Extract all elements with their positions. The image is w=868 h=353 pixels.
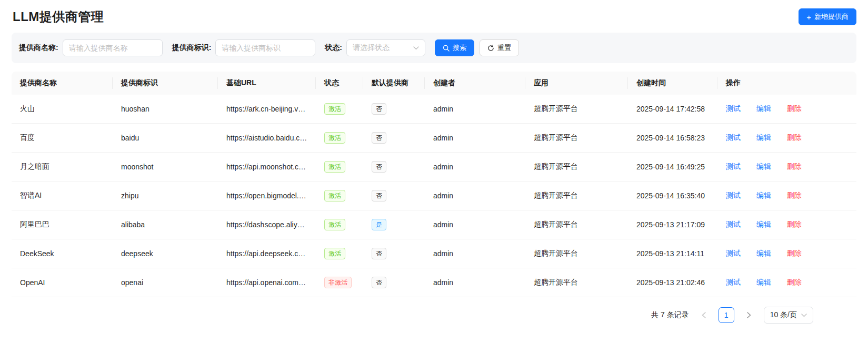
test-link[interactable]: 测试 bbox=[726, 162, 741, 170]
cell-app: 超腾开源平台 bbox=[525, 181, 628, 210]
table-row: 百度 baidu https://aistudio.baidu.co... 激活… bbox=[12, 124, 856, 153]
status-select-placeholder: 请选择状态 bbox=[353, 43, 390, 53]
cell-operations: 测试 编辑 删除 bbox=[717, 181, 856, 210]
edit-link[interactable]: 编辑 bbox=[756, 191, 771, 199]
table-body: 火山 huoshan https://ark.cn-beijing.volc..… bbox=[12, 95, 856, 297]
add-provider-label: 新增提供商 bbox=[814, 12, 849, 22]
cell-provider-code: deepseek bbox=[113, 239, 218, 268]
col-app: 应用 bbox=[525, 72, 628, 95]
cell-base-url: https://aistudio.baidu.co... bbox=[218, 124, 316, 153]
status-badge: 激活 bbox=[324, 161, 345, 173]
llm-provider-management-page: LLM提供商管理 + 新增提供商 提供商名称: 提供商标识: 状态: 请选择状态 bbox=[0, 0, 868, 324]
cell-status: 激活 bbox=[316, 210, 363, 239]
add-provider-button[interactable]: + 新增提供商 bbox=[799, 8, 856, 25]
provider-name-filter: 提供商名称: bbox=[19, 39, 163, 56]
cell-provider-code: huoshan bbox=[113, 95, 218, 124]
edit-link[interactable]: 编辑 bbox=[756, 104, 771, 113]
status-badge: 激活 bbox=[324, 103, 345, 115]
delete-link[interactable]: 删除 bbox=[787, 220, 802, 228]
delete-link[interactable]: 删除 bbox=[787, 191, 802, 199]
edit-link[interactable]: 编辑 bbox=[756, 220, 771, 228]
cell-created-at: 2025-09-14 16:35:40 bbox=[628, 181, 717, 210]
cell-provider-name: 月之暗面 bbox=[12, 153, 113, 181]
cell-provider-name: 百度 bbox=[12, 124, 113, 153]
cell-operations: 测试 编辑 删除 bbox=[717, 210, 856, 239]
test-link[interactable]: 测试 bbox=[726, 191, 741, 199]
cell-created-at: 2025-09-14 16:49:25 bbox=[628, 153, 717, 181]
cell-creator: admin bbox=[425, 210, 525, 239]
page-size-value: 10 条/页 bbox=[770, 310, 797, 320]
col-operations: 操作 bbox=[717, 72, 856, 95]
cell-creator: admin bbox=[425, 124, 525, 153]
default-badge: 否 bbox=[372, 248, 386, 259]
delete-link[interactable]: 删除 bbox=[787, 133, 802, 142]
edit-link[interactable]: 编辑 bbox=[756, 249, 771, 257]
edit-link[interactable]: 编辑 bbox=[756, 133, 771, 142]
test-link[interactable]: 测试 bbox=[726, 220, 741, 228]
chevron-left-icon bbox=[702, 312, 706, 318]
test-link[interactable]: 测试 bbox=[726, 104, 741, 113]
test-link[interactable]: 测试 bbox=[726, 249, 741, 257]
cell-provider-name: DeekSeek bbox=[12, 239, 113, 268]
plus-icon: + bbox=[806, 13, 811, 21]
cell-status: 激活 bbox=[316, 153, 363, 181]
provider-code-label: 提供商标识: bbox=[172, 43, 212, 53]
table-row: OpenAI openai https://api.openai.com/v1 … bbox=[12, 268, 856, 297]
cell-default: 否 bbox=[363, 153, 425, 181]
cell-status: 激活 bbox=[316, 239, 363, 268]
cell-default: 是 bbox=[363, 210, 425, 239]
cell-default: 否 bbox=[363, 239, 425, 268]
cell-provider-code: openai bbox=[113, 268, 218, 297]
cell-created-at: 2025-09-13 21:14:11 bbox=[628, 239, 717, 268]
cell-operations: 测试 编辑 删除 bbox=[717, 95, 856, 124]
cell-app: 超腾开源平台 bbox=[525, 153, 628, 181]
cell-status: 激活 bbox=[316, 181, 363, 210]
cell-creator: admin bbox=[425, 181, 525, 210]
cell-app: 超腾开源平台 bbox=[525, 239, 628, 268]
cell-created-at: 2025-09-13 21:02:46 bbox=[628, 268, 717, 297]
cell-app: 超腾开源平台 bbox=[525, 95, 628, 124]
cell-default: 否 bbox=[363, 268, 425, 297]
reset-button[interactable]: 重置 bbox=[480, 39, 519, 56]
cell-operations: 测试 编辑 删除 bbox=[717, 124, 856, 153]
table-row: DeekSeek deepseek https://api.deepseek.c… bbox=[12, 239, 856, 268]
default-badge: 否 bbox=[372, 277, 386, 288]
default-badge: 是 bbox=[372, 219, 386, 230]
page-1-button[interactable]: 1 bbox=[719, 307, 734, 323]
test-link[interactable]: 测试 bbox=[726, 133, 741, 142]
provider-name-input[interactable] bbox=[63, 39, 163, 56]
next-page-button[interactable] bbox=[742, 308, 756, 322]
status-select[interactable]: 请选择状态 bbox=[346, 39, 425, 56]
reset-button-label: 重置 bbox=[497, 43, 511, 53]
edit-link[interactable]: 编辑 bbox=[756, 278, 771, 286]
delete-link[interactable]: 删除 bbox=[787, 278, 802, 286]
cell-status: 激活 bbox=[316, 95, 363, 124]
col-creator: 创建者 bbox=[425, 72, 525, 95]
page-size-select[interactable]: 10 条/页 bbox=[764, 307, 813, 324]
status-badge: 激活 bbox=[324, 132, 345, 144]
default-badge: 否 bbox=[372, 132, 386, 144]
col-default: 默认提供商 bbox=[363, 72, 425, 95]
chevron-right-icon bbox=[747, 312, 751, 318]
test-link[interactable]: 测试 bbox=[726, 278, 741, 286]
search-icon bbox=[443, 45, 450, 52]
reset-icon bbox=[487, 45, 494, 52]
col-provider-code: 提供商标识 bbox=[113, 72, 218, 95]
status-filter: 状态: 请选择状态 bbox=[325, 39, 425, 56]
provider-code-filter: 提供商标识: bbox=[172, 39, 316, 56]
col-base-url: 基础URL bbox=[218, 72, 316, 95]
delete-link[interactable]: 删除 bbox=[787, 162, 802, 170]
filter-bar: 提供商名称: 提供商标识: 状态: 请选择状态 搜索 bbox=[12, 33, 856, 63]
cell-app: 超腾开源平台 bbox=[525, 268, 628, 297]
prev-page-button[interactable] bbox=[696, 308, 711, 322]
table-row: 月之暗面 moonshot https://api.moonshot.cn/v1… bbox=[12, 153, 856, 181]
delete-link[interactable]: 删除 bbox=[787, 104, 802, 113]
cell-creator: admin bbox=[425, 268, 525, 297]
cell-app: 超腾开源平台 bbox=[525, 124, 628, 153]
provider-code-input[interactable] bbox=[215, 39, 315, 56]
cell-creator: admin bbox=[425, 153, 525, 181]
cell-default: 否 bbox=[363, 181, 425, 210]
edit-link[interactable]: 编辑 bbox=[756, 162, 771, 170]
search-button[interactable]: 搜索 bbox=[435, 39, 474, 56]
delete-link[interactable]: 删除 bbox=[787, 249, 802, 257]
